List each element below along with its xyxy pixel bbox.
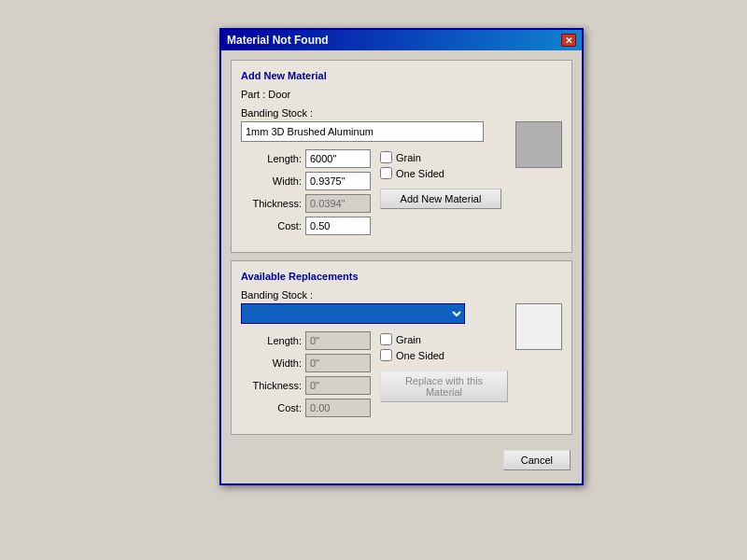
replace-material-button: Replace with this Material bbox=[380, 371, 508, 402]
replace-one-sided-checkbox[interactable] bbox=[380, 349, 392, 361]
cost-input[interactable] bbox=[305, 217, 371, 235]
dropdown-wrapper bbox=[241, 303, 508, 324]
dialog-title: Material Not Found bbox=[227, 34, 561, 47]
part-label: Part : Door bbox=[241, 89, 562, 100]
banding-row: Length: Width: Thickness: bbox=[241, 121, 562, 235]
replace-thickness-input bbox=[305, 376, 371, 395]
replace-grain-label: Grain bbox=[396, 334, 421, 345]
add-right-fields: Grain One Sided Add New Material bbox=[380, 149, 501, 209]
cost-row: Cost: bbox=[241, 217, 371, 235]
banding-stock-input[interactable] bbox=[241, 121, 484, 142]
replace-cost-row: Cost: bbox=[241, 399, 371, 417]
add-material-preview bbox=[515, 121, 562, 168]
replace-length-row: Length: bbox=[241, 331, 371, 350]
replacements-section: Available Replacements Banding Stock : L… bbox=[231, 260, 572, 435]
thickness-row: Thickness: bbox=[241, 194, 371, 213]
replace-fields-row: Length: Width: Thickness: bbox=[241, 331, 508, 417]
dialog-body: Add New Material Part : Door Banding Sto… bbox=[221, 50, 582, 483]
width-input[interactable] bbox=[305, 172, 371, 190]
cost-label: Cost: bbox=[241, 220, 302, 231]
material-not-found-dialog: Material Not Found ✕ Add New Material Pa… bbox=[219, 28, 584, 485]
bottom-row: Cancel bbox=[231, 442, 572, 474]
replace-material-preview bbox=[515, 303, 562, 350]
thickness-label: Thickness: bbox=[241, 198, 302, 209]
replace-thickness-label: Thickness: bbox=[241, 380, 302, 391]
replace-banding-row: Length: Width: Thickness: bbox=[241, 303, 562, 417]
replace-cost-input bbox=[305, 399, 371, 417]
thickness-input bbox=[305, 194, 371, 213]
replace-thickness-row: Thickness: bbox=[241, 376, 371, 395]
width-label: Width: bbox=[241, 175, 302, 187]
replace-right-fields: Grain One Sided Replace with this Materi… bbox=[380, 331, 508, 402]
replace-section-title: Available Replacements bbox=[241, 271, 562, 282]
add-left-fields: Length: Width: Thickness: bbox=[241, 149, 371, 235]
replace-one-sided-label: One Sided bbox=[396, 350, 444, 361]
replace-grain-checkbox[interactable] bbox=[380, 333, 392, 345]
replace-banding-label: Banding Stock : bbox=[241, 289, 562, 301]
close-button[interactable]: ✕ bbox=[561, 34, 576, 47]
replace-one-sided-checkbox-row: One Sided bbox=[380, 349, 508, 361]
replace-cost-label: Cost: bbox=[241, 402, 302, 413]
add-material-section: Add New Material Part : Door Banding Sto… bbox=[231, 60, 572, 253]
grain-label: Grain bbox=[396, 152, 421, 163]
length-input[interactable] bbox=[305, 149, 371, 168]
replace-width-row: Width: bbox=[241, 354, 371, 372]
grain-checkbox[interactable] bbox=[380, 151, 392, 163]
replace-length-input bbox=[305, 331, 371, 350]
replacement-dropdown[interactable] bbox=[241, 303, 465, 324]
length-row: Length: bbox=[241, 149, 371, 168]
add-section-title: Add New Material bbox=[241, 70, 562, 81]
add-fields-row: Length: Width: Thickness: bbox=[241, 149, 508, 235]
replace-width-input bbox=[305, 354, 371, 372]
grain-checkbox-row: Grain bbox=[380, 151, 501, 163]
banding-stock-label: Banding Stock : bbox=[241, 107, 562, 119]
cancel-button[interactable]: Cancel bbox=[503, 450, 571, 470]
width-row: Width: bbox=[241, 172, 371, 190]
replace-left: Length: Width: Thickness: bbox=[241, 303, 508, 417]
replace-left-fields: Length: Width: Thickness: bbox=[241, 331, 371, 417]
add-new-material-button[interactable]: Add New Material bbox=[380, 189, 501, 209]
replace-length-label: Length: bbox=[241, 335, 302, 346]
replace-grain-checkbox-row: Grain bbox=[380, 333, 508, 345]
one-sided-checkbox[interactable] bbox=[380, 167, 392, 179]
replace-width-label: Width: bbox=[241, 357, 302, 369]
length-label: Length: bbox=[241, 153, 302, 164]
title-bar: Material Not Found ✕ bbox=[221, 30, 582, 50]
one-sided-checkbox-row: One Sided bbox=[380, 167, 501, 179]
banding-left: Length: Width: Thickness: bbox=[241, 121, 508, 235]
one-sided-label: One Sided bbox=[396, 168, 444, 179]
